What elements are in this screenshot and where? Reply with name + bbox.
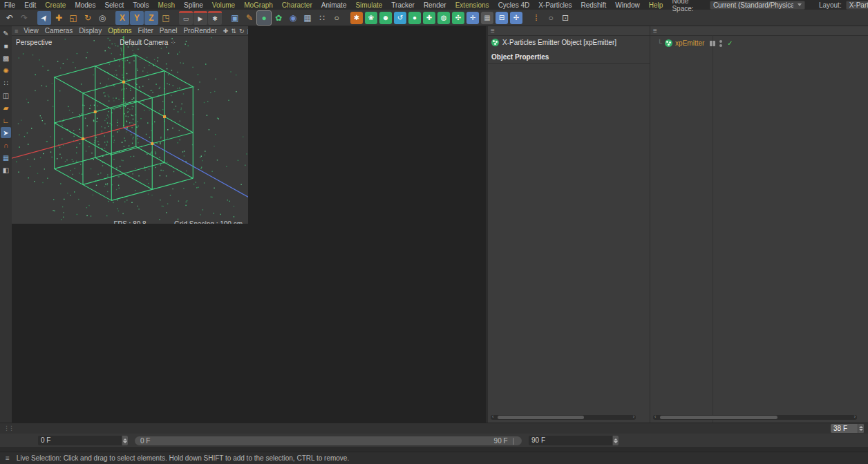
xp-system-button[interactable]: ✱ <box>350 12 363 24</box>
field-button[interactable]: ◉ <box>286 11 300 25</box>
menu-redshift[interactable]: Redshift <box>581 1 607 9</box>
panel-menu-icon[interactable]: ≡ <box>491 27 495 35</box>
points-mode-button[interactable]: ∷ <box>1 77 11 88</box>
enable-snap-button[interactable]: ➤ <box>1 127 11 138</box>
menu-extensions[interactable]: Extensions <box>455 1 489 9</box>
range-end-spinner[interactable] <box>612 436 619 445</box>
horizontal-scrollbar[interactable]: ‹› <box>491 415 636 420</box>
xp-paw-button[interactable]: ✣ <box>452 12 464 24</box>
lock-x-axis[interactable]: X <box>115 11 129 25</box>
pen-spline-tool[interactable]: ✎ <box>243 11 256 25</box>
viewport-menu-display[interactable]: Display <box>79 27 102 35</box>
object-tree-row[interactable]: └ xpEmitter ✓ <box>650 36 868 47</box>
xp-blob-button[interactable]: ● <box>408 12 421 24</box>
menu-cycles-4d[interactable]: Cycles 4D <box>498 1 530 9</box>
camera-label[interactable]: Default Camera⁘ <box>120 39 176 46</box>
menu-mograph[interactable]: MoGraph <box>244 1 273 9</box>
grid-snap-button[interactable]: ▦ <box>1 152 11 163</box>
move-tool[interactable]: ✚ <box>52 11 66 25</box>
psr-record-mini[interactable]: ⁞ <box>529 11 543 25</box>
xp-dynamics-button[interactable]: ↺ <box>394 12 406 24</box>
frame-spinner[interactable] <box>858 424 864 433</box>
render-settings-button[interactable]: ✱ <box>208 11 222 25</box>
viewport-menu-prorender[interactable]: ProRender <box>183 27 216 35</box>
menu-character[interactable]: Character <box>282 1 312 9</box>
panel-menu-icon[interactable]: ≡ <box>653 27 657 35</box>
camera-options-icon[interactable]: ⁘ <box>170 39 176 46</box>
circle-mini[interactable]: ○ <box>544 11 558 25</box>
node-space-select[interactable]: Current (Standard/Physical) <box>710 1 805 10</box>
magnet-snap-button[interactable]: ∩ <box>1 139 11 151</box>
plane-button[interactable]: ▦ <box>301 11 314 25</box>
rotate-view-icon[interactable]: ↻ <box>239 28 245 35</box>
rotate-tool[interactable]: ↻ <box>81 11 95 25</box>
enabled-check-icon[interactable]: ✓ <box>727 39 733 47</box>
timeline-ruler[interactable]: ⋮⋮ 38 F <box>0 423 868 434</box>
menu-edit[interactable]: Edit <box>24 1 36 9</box>
scale-tool[interactable]: ◱ <box>66 11 80 25</box>
render-view-button[interactable]: ▭ <box>179 11 193 25</box>
xparticles-emitter-button[interactable]: ● <box>257 11 271 25</box>
add-cube-object[interactable]: ▣ <box>228 11 242 25</box>
workplane-cube-button[interactable]: ◧ <box>1 164 11 175</box>
xp-pin-button[interactable]: ✛ <box>466 12 479 24</box>
lock-y-axis[interactable]: Y <box>130 11 144 25</box>
range-start-field[interactable]: 0 F <box>38 436 128 445</box>
viewport-menu-filter[interactable]: Filter <box>138 27 153 35</box>
horizontal-scrollbar[interactable]: ‹› <box>653 415 857 420</box>
menu-create[interactable]: Create <box>45 1 66 9</box>
range-start-spinner[interactable] <box>122 436 128 445</box>
status-menu-icon[interactable]: ≡ <box>6 454 10 462</box>
menu-volume[interactable]: Volume <box>212 1 235 9</box>
edges-mode-button[interactable]: ◫ <box>1 90 11 101</box>
make-editable-button[interactable]: ✎ <box>1 28 11 39</box>
timeline-range-slider[interactable]: 0 F 90 F ❘ <box>135 436 522 445</box>
axis-mode-button[interactable]: ∟ <box>1 115 11 126</box>
menu-modes[interactable]: Modes <box>75 1 95 9</box>
object-name[interactable]: xpEmitter <box>675 39 704 47</box>
menu-render[interactable]: Render <box>424 1 446 9</box>
menu-window[interactable]: Window <box>615 1 640 9</box>
xp-creature-button[interactable]: ☻ <box>379 12 392 24</box>
viewport-menu-view[interactable]: View <box>23 27 39 35</box>
pan-view-icon[interactable]: ✚ <box>223 28 229 35</box>
ruler-grip-icon[interactable]: ⋮⋮ <box>3 425 13 432</box>
menu-select[interactable]: Select <box>104 1 124 9</box>
menu-simulate[interactable]: Simulate <box>355 1 382 9</box>
viewport-body-perspective[interactable]: PerspectiveDefault Camera⁘FPS : 80.8Grid… <box>12 35 248 224</box>
range-end-field[interactable]: 90 F <box>529 436 619 445</box>
particles-button[interactable]: ∷ <box>315 11 329 25</box>
menu-tracker[interactable]: Tracker <box>391 1 415 9</box>
viewport-menu-cameras[interactable]: Cameras <box>45 27 73 35</box>
xp-bulb-button[interactable]: ◍ <box>437 12 450 24</box>
menu-help[interactable]: Help <box>649 1 663 9</box>
menu-animate[interactable]: Animate <box>321 1 347 9</box>
menu-x-particles[interactable]: X-Particles <box>538 1 572 9</box>
xp-cube-button[interactable]: ▦ <box>481 12 493 24</box>
toggle-view-icon[interactable]: ▣ <box>247 28 248 35</box>
model-mode-button[interactable]: ■ <box>1 40 11 51</box>
current-frame-field[interactable]: 38 F <box>831 424 864 433</box>
workplane-button[interactable]: ⊡ <box>558 11 572 25</box>
menu-tools[interactable]: Tools <box>133 1 149 9</box>
menu-mesh[interactable]: Mesh <box>158 1 175 9</box>
workplane-mode-button[interactable]: ✺ <box>1 65 11 76</box>
live-selection-tool[interactable]: ➤ <box>37 11 51 25</box>
menu-spline[interactable]: Spline <box>184 1 203 9</box>
lock-z-axis[interactable]: Z <box>144 11 158 25</box>
visibility-dots[interactable] <box>719 40 722 47</box>
polygons-mode-button[interactable]: ▰ <box>1 102 11 113</box>
last-tool-used[interactable]: ◎ <box>95 11 109 25</box>
xp-box-minus-button[interactable]: ⊟ <box>496 12 508 24</box>
panel-menu-icon[interactable]: ≡ <box>15 28 17 35</box>
render-picture-viewer-button[interactable]: ▶ <box>194 11 207 25</box>
layout-select[interactable]: X-Particles <box>846 1 868 10</box>
xp-cross-button[interactable]: ✚ <box>423 12 435 24</box>
viewport-menu-options[interactable]: Options <box>108 27 131 35</box>
xp-compass-button[interactable]: ✢ <box>510 12 522 24</box>
texture-mode-button[interactable]: ▩ <box>1 52 11 64</box>
undo-icon[interactable]: ↶ <box>3 11 17 25</box>
xp-flower-button[interactable]: ❀ <box>365 12 377 24</box>
redo-icon[interactable]: ↷ <box>17 11 31 25</box>
light-button[interactable]: ○ <box>330 11 343 25</box>
